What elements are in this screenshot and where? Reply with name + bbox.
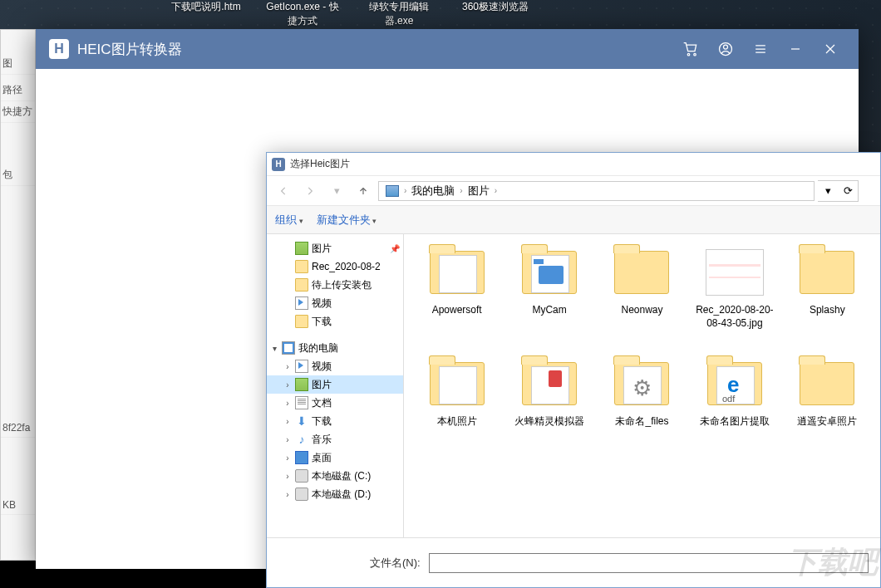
expander-icon[interactable] bbox=[283, 317, 292, 326]
filename-label: 文件名(N): bbox=[370, 556, 421, 571]
picker-footer: 文件名(N): bbox=[267, 537, 880, 587]
nav-up-button[interactable] bbox=[352, 179, 375, 203]
tree-label: 待上传安装包 bbox=[312, 278, 372, 292]
tree-node[interactable]: ›文档 bbox=[267, 394, 403, 412]
picker-logo: H bbox=[272, 158, 285, 171]
crumb[interactable]: 图片 bbox=[468, 184, 490, 198]
picker-navbar: ▾ › 我的电脑 › 图片 › ▾ ⟳ bbox=[267, 176, 880, 206]
nav-back-button[interactable] bbox=[272, 179, 295, 203]
nav-forward-button[interactable] bbox=[298, 179, 322, 203]
file-grid[interactable]: ApowersoftMyCamNeonwayRec_2020-08-20-08-… bbox=[404, 234, 880, 537]
minimize-button[interactable] bbox=[780, 34, 810, 64]
expander-icon[interactable]: › bbox=[283, 417, 292, 425]
file-item[interactable]: 本机照片 bbox=[412, 354, 501, 462]
crumb[interactable]: 我的电脑 bbox=[411, 184, 455, 198]
tree-label: 本地磁盘 (D:) bbox=[312, 488, 371, 502]
app-title: HEIC图片转换器 bbox=[77, 40, 182, 59]
tree-label: 图片 bbox=[312, 378, 332, 392]
dsk-icon bbox=[295, 451, 308, 464]
expander-icon[interactable] bbox=[283, 262, 292, 271]
tree-node[interactable]: ›本地磁盘 (D:) bbox=[267, 485, 403, 503]
expander-icon[interactable]: › bbox=[283, 380, 292, 389]
vid-icon bbox=[295, 360, 308, 373]
file-label: 火蜂精灵模拟器 bbox=[514, 415, 584, 429]
dl-icon bbox=[295, 414, 308, 428]
file-label: 本机照片 bbox=[437, 415, 477, 429]
file-item[interactable]: 火蜂精灵模拟器 bbox=[504, 354, 593, 462]
file-item[interactable]: 逍遥安卓照片 bbox=[783, 354, 872, 462]
cart-icon[interactable] bbox=[676, 34, 706, 64]
new-folder-button[interactable]: 新建文件夹 bbox=[317, 213, 377, 228]
tree-node[interactable]: 视频 bbox=[267, 294, 403, 312]
tree-label: 视频 bbox=[312, 360, 332, 374]
expander-icon[interactable]: ▾ bbox=[270, 344, 278, 352]
expander-icon[interactable]: › bbox=[283, 472, 292, 480]
expander-icon[interactable] bbox=[283, 244, 292, 252]
menu-icon[interactable] bbox=[746, 34, 775, 64]
drv-icon bbox=[295, 469, 308, 483]
tree-node[interactable]: ›本地磁盘 (C:) bbox=[267, 467, 403, 485]
file-item[interactable]: Apowersoft bbox=[412, 243, 501, 350]
tree-node[interactable]: ›视频 bbox=[267, 357, 403, 375]
file-label: Apowersoft bbox=[432, 304, 482, 317]
close-button[interactable] bbox=[815, 34, 845, 64]
mus-icon bbox=[295, 433, 308, 446]
tree-label: 下载 bbox=[312, 315, 332, 329]
tree-node[interactable]: 图片📌 bbox=[267, 239, 403, 257]
desktop-icon[interactable]: 下载吧说明.htm bbox=[166, 0, 246, 28]
expander-icon[interactable]: › bbox=[283, 435, 292, 443]
app-logo: H bbox=[49, 39, 69, 59]
tree-label: 下载 bbox=[312, 414, 332, 429]
address-bar[interactable]: › 我的电脑 › 图片 › bbox=[378, 181, 815, 201]
tree-node[interactable]: ›图片 bbox=[267, 375, 403, 394]
organize-menu[interactable]: 组织 bbox=[275, 213, 303, 228]
folder-tree[interactable]: 图片📌Rec_2020-08-2待上传安装包视频下载▾我的电脑›视频›图片›文档… bbox=[267, 234, 404, 537]
pic-icon bbox=[295, 378, 308, 391]
expander-icon[interactable]: › bbox=[283, 399, 292, 407]
tree-node[interactable]: Rec_2020-08-2 bbox=[267, 257, 403, 276]
expander-icon[interactable]: › bbox=[283, 453, 292, 462]
file-item[interactable]: MyCam bbox=[504, 243, 593, 350]
file-item[interactable]: Neonway bbox=[598, 243, 687, 350]
tree-label: 视频 bbox=[312, 296, 332, 311]
desktop-icon[interactable]: GetIcon.exe - 快捷方式 bbox=[263, 0, 342, 28]
svg-point-1 bbox=[694, 53, 696, 56]
picker-title: 选择Heic图片 bbox=[290, 157, 350, 171]
expander-icon[interactable] bbox=[283, 299, 292, 307]
svg-point-3 bbox=[724, 45, 728, 49]
file-item[interactable]: Rec_2020-08-20-08-43-05.jpg bbox=[690, 243, 779, 350]
tree-node[interactable]: ›下载 bbox=[267, 412, 403, 430]
expander-icon[interactable] bbox=[283, 281, 292, 289]
pc-icon bbox=[282, 341, 295, 355]
fld-icon bbox=[295, 260, 308, 273]
tree-label: 音乐 bbox=[312, 433, 332, 447]
file-item[interactable]: Splashy bbox=[783, 243, 872, 350]
tree-node[interactable]: ▾我的电脑 bbox=[267, 339, 403, 357]
expander-icon[interactable]: › bbox=[283, 362, 292, 370]
filename-input[interactable] bbox=[429, 553, 869, 573]
desktop-icon[interactable]: 360极速浏览器 bbox=[455, 0, 535, 28]
refresh-button[interactable]: ⟳ bbox=[838, 181, 858, 201]
address-dropdown[interactable]: ▾ bbox=[818, 181, 838, 201]
file-label: 未命名_files bbox=[615, 415, 668, 429]
nav-recent-dropdown[interactable]: ▾ bbox=[325, 179, 348, 203]
vid-icon bbox=[295, 296, 308, 310]
svg-point-0 bbox=[687, 53, 690, 56]
expander-icon[interactable]: › bbox=[283, 490, 292, 498]
user-icon[interactable] bbox=[711, 34, 741, 64]
tree-node[interactable]: ›桌面 bbox=[267, 448, 403, 467]
tree-node[interactable]: 待上传安装包 bbox=[267, 276, 403, 294]
tree-label: Rec_2020-08-2 bbox=[312, 261, 381, 272]
desktop-icon[interactable]: 绿软专用编辑器.exe bbox=[359, 0, 439, 28]
tree-label: 我的电脑 bbox=[298, 341, 338, 355]
tree-node[interactable]: ›音乐 bbox=[267, 430, 403, 448]
file-item[interactable]: eodf未命名图片提取 bbox=[690, 354, 779, 462]
file-item[interactable]: ⚙未命名_files bbox=[598, 354, 687, 462]
background-app: 图 路径 快捷方 包 8f22fa KB bbox=[0, 29, 36, 561]
picker-toolbar: 组织 新建文件夹 bbox=[267, 206, 880, 234]
picker-titlebar: H 选择Heic图片 bbox=[267, 153, 880, 176]
file-picker-dialog: H 选择Heic图片 ▾ › 我的电脑 › 图片 › ▾ ⟳ 组织 新建文件夹 … bbox=[266, 152, 881, 588]
tree-node[interactable]: 下载 bbox=[267, 312, 403, 331]
titlebar: H HEIC图片转换器 bbox=[36, 29, 859, 69]
pic-icon bbox=[295, 242, 308, 255]
